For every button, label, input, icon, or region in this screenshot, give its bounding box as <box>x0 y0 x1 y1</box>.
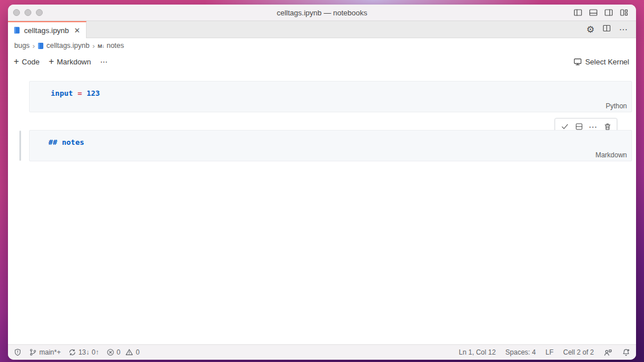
window-title: celltags.ipynb — notebooks <box>8 9 636 17</box>
indentation-status[interactable]: Spaces: 4 <box>506 348 536 356</box>
minimize-window-button[interactable] <box>24 9 31 16</box>
markdown-token: ## <box>48 138 58 147</box>
traffic-lights <box>13 5 43 21</box>
tab-bar-empty-space <box>87 21 579 38</box>
status-bar: main*+ 13↓ 0↑ 0 0 Ln 1, Col 12 Spaces: 4… <box>8 344 636 360</box>
kernel-vm-icon <box>573 58 582 66</box>
gear-icon[interactable]: ⚙ <box>586 25 594 34</box>
markdown-source-line: ##notes <box>48 138 84 147</box>
plus-icon: + <box>48 57 54 66</box>
sync-icon <box>68 348 76 356</box>
tab-celltags-ipynb[interactable]: celltags.ipynb ✕ <box>8 21 87 38</box>
plus-icon: + <box>14 57 19 66</box>
error-icon <box>106 348 114 356</box>
markdown-symbol-icon: M↓ <box>98 43 105 49</box>
vscode-window: celltags.ipynb — notebooks <box>8 5 636 360</box>
cell-focus-indicator <box>19 131 21 161</box>
problems-status[interactable]: 0 0 <box>106 348 140 356</box>
add-markdown-cell-button[interactable]: + Markdown <box>48 57 91 66</box>
tab-bar: celltags.ipynb ✕ ⚙ ⋯ <box>8 21 636 38</box>
tab-close-icon[interactable]: ✕ <box>74 27 80 34</box>
warning-icon <box>125 348 133 356</box>
cell-position-status[interactable]: Cell 2 of 2 <box>563 348 594 356</box>
customize-layout-icon[interactable] <box>620 8 629 17</box>
code-line: input=123 <box>51 89 100 97</box>
feedback-button[interactable] <box>604 348 612 357</box>
toggle-primary-sidebar-icon[interactable] <box>573 8 583 17</box>
code-token: 123 <box>87 89 100 97</box>
markdown-cell[interactable]: ##notes Markdown <box>29 130 632 161</box>
eol-status[interactable]: LF <box>545 348 553 356</box>
select-kernel-button[interactable]: Select Kernel <box>573 58 629 66</box>
markdown-token: notes <box>62 138 84 147</box>
notebook-editor: input=123 Python ⋯ ##notes Markdown <box>8 70 636 344</box>
git-branch-status[interactable]: main*+ <box>29 348 61 356</box>
titlebar: celltags.ipynb — notebooks <box>8 5 636 21</box>
more-actions-icon[interactable]: ⋯ <box>619 25 628 34</box>
code-token: = <box>77 89 82 97</box>
cell-language-picker[interactable]: Markdown <box>596 151 627 159</box>
trash-icon <box>604 123 612 131</box>
code-cell[interactable]: input=123 Python <box>29 81 632 112</box>
notebook-toolbar: + Code + Markdown ⋯ Select Kernel <box>8 53 636 70</box>
tab-label: celltags.ipynb <box>24 26 69 35</box>
chevron-right-icon: › <box>92 42 95 50</box>
cell-language-picker[interactable]: Python <box>606 102 627 110</box>
breadcrumb-file[interactable]: celltags.ipynb <box>38 42 89 50</box>
toggle-secondary-sidebar-icon[interactable] <box>604 8 613 17</box>
bell-icon <box>622 348 630 357</box>
breadcrumb-folder[interactable]: bugs <box>14 42 30 50</box>
breadcrumb-symbol[interactable]: M↓ notes <box>98 42 124 50</box>
workspace-trust-button[interactable] <box>14 348 22 356</box>
toggle-panel-icon[interactable] <box>589 8 598 17</box>
zoom-window-button[interactable] <box>36 9 43 16</box>
split-cell-icon <box>575 123 583 131</box>
sync-changes-status[interactable]: 13↓ 0↑ <box>68 348 99 356</box>
close-window-button[interactable] <box>13 9 20 16</box>
notifications-button[interactable] <box>622 348 630 357</box>
git-branch-icon <box>29 348 37 356</box>
code-token: input <box>51 89 73 97</box>
notebook-more-actions-icon[interactable]: ⋯ <box>100 58 108 66</box>
shield-icon <box>14 348 22 356</box>
check-icon <box>561 123 569 131</box>
feedback-icon <box>604 348 612 357</box>
add-code-cell-button[interactable]: + Code <box>14 57 39 66</box>
notebook-file-icon <box>38 42 44 50</box>
split-editor-icon[interactable] <box>602 24 611 35</box>
notebook-file-icon <box>14 26 20 34</box>
chevron-right-icon: › <box>32 42 35 50</box>
desktop-wallpaper: celltags.ipynb — notebooks <box>0 0 644 362</box>
breadcrumb: bugs › celltags.ipynb › M↓ notes <box>8 38 636 53</box>
cursor-position-status[interactable]: Ln 1, Col 12 <box>459 348 496 356</box>
